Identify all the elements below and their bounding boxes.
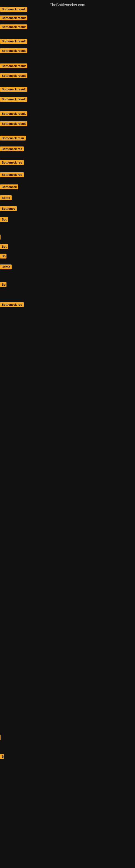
bottleneck-result-badge-23: Bottle bbox=[0, 265, 12, 271]
bottleneck-result-badge-24: Bo bbox=[0, 282, 6, 288]
bottleneck-result-badge-1: Bottleneck result bbox=[0, 7, 27, 13]
vertical-line-indicator bbox=[0, 235, 1, 240]
bottleneck-result-badge-5: Bottleneck result bbox=[0, 48, 27, 54]
bottleneck-result-badge-25: Bottleneck res bbox=[0, 302, 24, 308]
bottleneck-result-badge-19: Bot bbox=[0, 217, 8, 223]
bottleneck-result-badge-14: Bottleneck res bbox=[0, 160, 24, 166]
bottleneck-result-badge-15: Bottleneck res bbox=[0, 172, 24, 178]
bottleneck-result-badge-22: Bo bbox=[0, 254, 6, 259]
bottleneck-result-badge-3: Bottleneck result bbox=[0, 24, 27, 30]
bottleneck-result-badge-10: Bottleneck result bbox=[0, 111, 27, 117]
bottleneck-result-badge-8: Bottleneck result bbox=[0, 87, 27, 93]
bottleneck-result-badge-9: Bottleneck result bbox=[0, 97, 27, 103]
vertical-line-indicator bbox=[0, 735, 1, 740]
bottleneck-result-badge-18: Bottlenec bbox=[0, 206, 17, 212]
bottleneck-result-badge-12: Bottleneck resu bbox=[0, 135, 26, 142]
bottleneck-result-badge-6: Bottleneck result bbox=[0, 63, 27, 69]
bottleneck-result-badge-16: Bottleneck bbox=[0, 184, 18, 190]
bottleneck-result-badge-17: Bottle bbox=[0, 195, 12, 201]
bottleneck-badge-small: B bbox=[0, 754, 4, 760]
bottleneck-result-badge-7: Bottleneck result bbox=[0, 73, 27, 79]
bottleneck-result-badge-13: Bottleneck res bbox=[0, 147, 24, 152]
bottleneck-result-badge-21: Bot bbox=[0, 244, 8, 250]
bottleneck-result-badge-11: Bottleneck result bbox=[0, 121, 27, 127]
bottleneck-result-badge-2: Bottleneck result bbox=[0, 16, 27, 22]
bottleneck-result-badge-4: Bottleneck result bbox=[0, 39, 27, 45]
